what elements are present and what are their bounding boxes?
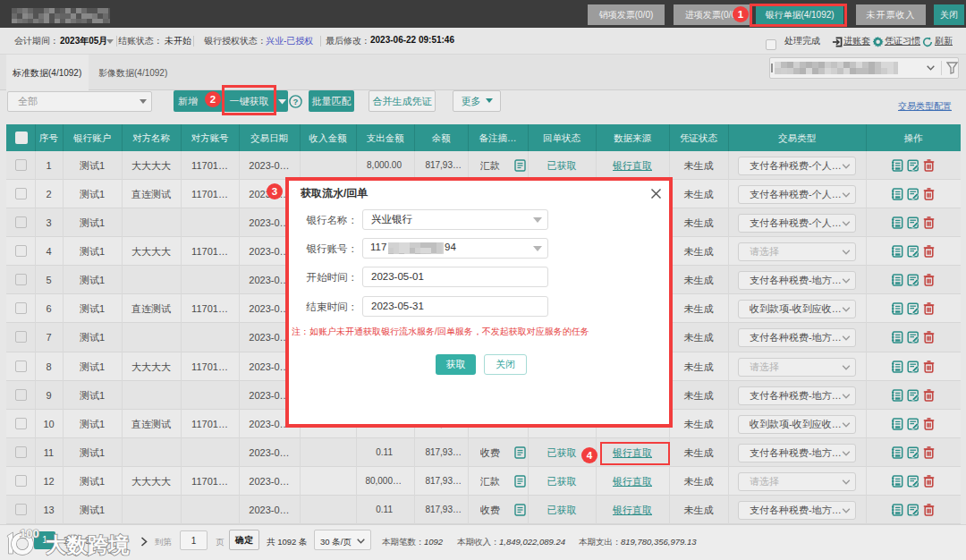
svg-text:100: 100 xyxy=(20,527,39,540)
svg-text:大数跨境: 大数跨境 xyxy=(46,533,130,556)
svg-text:?: ? xyxy=(293,97,299,106)
